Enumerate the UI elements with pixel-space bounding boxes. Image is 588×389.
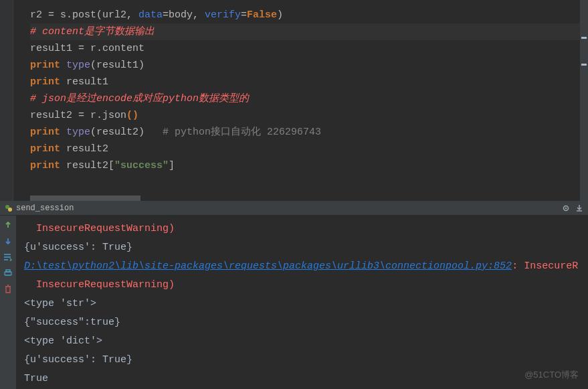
output-pane: InsecureRequestWarning) {u'success': Tru… bbox=[0, 216, 588, 389]
code-line: print result2 bbox=[30, 141, 588, 157]
scroll-marker bbox=[581, 37, 587, 39]
code-line-highlighted: # content是字节数据输出 bbox=[30, 23, 588, 40]
scroll-marker bbox=[581, 64, 587, 66]
print-icon[interactable] bbox=[3, 268, 13, 279]
trash-icon[interactable] bbox=[3, 284, 13, 295]
wrap-icon[interactable] bbox=[3, 252, 13, 262]
output-line: InsecureRequestWarning) bbox=[24, 276, 580, 295]
output-toolbar bbox=[0, 216, 16, 389]
code-line: result1 = r.content bbox=[30, 40, 588, 57]
code-line: r2 = s.post(url2, data=body, verify=Fals… bbox=[30, 7, 588, 23]
gear-icon[interactable] bbox=[561, 204, 571, 213]
code-editor[interactable]: r2 = s.post(url2, data=body, verify=Fals… bbox=[0, 0, 588, 201]
watermark: @51CTO博客 bbox=[524, 369, 579, 381]
output-line: D:\test\python2\lib\site-packages\reques… bbox=[24, 257, 580, 276]
output-line: <type 'str'> bbox=[24, 295, 580, 313]
output-line: {u'success': True} bbox=[24, 351, 580, 370]
svg-point-1 bbox=[8, 208, 12, 212]
editor-scrollbar-bottom[interactable] bbox=[13, 196, 580, 201]
code-line: result2 = r.json() bbox=[30, 107, 588, 124]
run-tab[interactable]: send_session bbox=[4, 204, 74, 213]
output-line: <type 'dict'> bbox=[24, 332, 580, 351]
code-line: print type(result1) bbox=[30, 57, 588, 74]
code-line: print type(result2) # python接口自动化 226296… bbox=[30, 124, 588, 141]
code-content[interactable]: r2 = s.post(url2, data=body, verify=Fals… bbox=[0, 0, 588, 174]
run-tab-bar: send_session bbox=[0, 201, 588, 216]
scroll-down-icon[interactable] bbox=[3, 236, 13, 246]
scroll-thumb[interactable] bbox=[30, 196, 140, 201]
output-content[interactable]: InsecureRequestWarning) {u'success': Tru… bbox=[16, 216, 588, 389]
output-line: InsecureRequestWarning) bbox=[24, 220, 580, 238]
output-line: {"success":true} bbox=[24, 313, 580, 332]
svg-rect-4 bbox=[5, 272, 11, 275]
download-icon[interactable] bbox=[575, 204, 584, 213]
code-line: # json是经过encode成对应python数据类型的 bbox=[30, 90, 588, 107]
code-line: print result2["success"] bbox=[30, 157, 588, 174]
svg-point-3 bbox=[565, 207, 567, 208]
code-line: print result1 bbox=[30, 74, 588, 90]
editor-gutter bbox=[0, 0, 13, 201]
scroll-up-icon[interactable] bbox=[3, 220, 13, 230]
output-line: True bbox=[24, 370, 580, 388]
svg-rect-5 bbox=[6, 270, 10, 272]
python-file-icon bbox=[4, 204, 13, 213]
editor-scrollbar-right[interactable] bbox=[580, 0, 588, 201]
output-line: {u'success': True} bbox=[24, 238, 580, 257]
file-link[interactable]: D:\test\python2\lib\site-packages\reques… bbox=[24, 260, 512, 272]
run-tab-label: send_session bbox=[16, 204, 74, 213]
